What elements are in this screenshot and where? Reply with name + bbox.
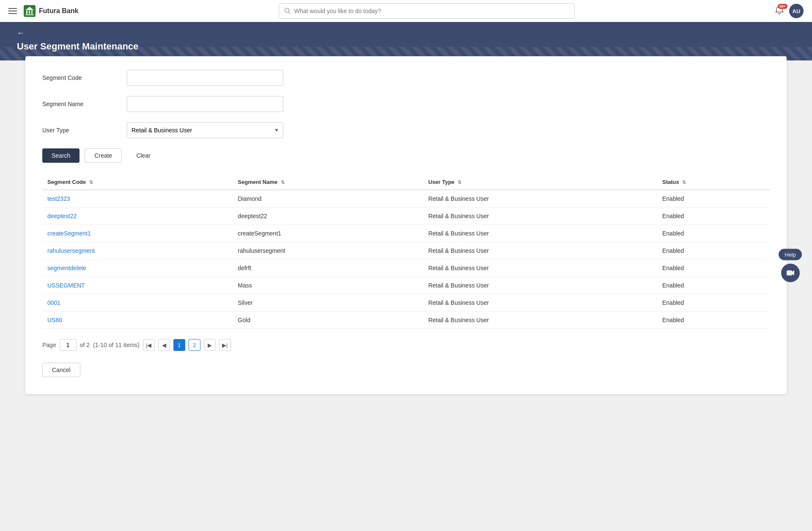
global-search-bar[interactable] <box>279 3 575 19</box>
segment-code-label: Segment Code <box>42 74 127 81</box>
main-content-card: Segment Code Segment Name User Type Reta… <box>25 56 787 394</box>
user-avatar[interactable]: AU <box>789 4 804 18</box>
brand-name: Futura Bank <box>39 7 78 15</box>
status-cell: Enabled <box>657 277 770 294</box>
pagination-row: Page of 2 (1-10 of 11 items) |◀ ◀ 1 2 ▶ … <box>42 339 770 351</box>
segment-name-cell: defrft <box>233 260 423 277</box>
segment-code-cell[interactable]: rahulusersegment <box>42 242 233 260</box>
table-row: deeptest22 deeptest22 Retail & Business … <box>42 208 770 225</box>
items-label: (1-10 of 11 items) <box>93 342 140 348</box>
status-cell: Enabled <box>657 312 770 329</box>
of-label: of 2 <box>80 342 90 348</box>
first-page-button[interactable]: |◀ <box>143 339 155 351</box>
user-type-cell: Retail & Business User <box>423 312 657 329</box>
notification-bell[interactable]: 99+ <box>775 5 784 16</box>
page-2-button[interactable]: 2 <box>189 339 200 351</box>
segment-code-cell[interactable]: segmentdelete <box>42 260 233 277</box>
segment-code-cell[interactable]: US80 <box>42 312 233 329</box>
action-buttons: Search Create Clear <box>42 148 770 163</box>
segment-name-cell: createSegment1 <box>233 225 423 242</box>
status-cell: Enabled <box>657 208 770 225</box>
next-page-button[interactable]: ▶ <box>204 339 216 351</box>
col-segment-name[interactable]: Segment Name ⇅ <box>233 175 423 190</box>
table-row: test2323 Diamond Retail & Business User … <box>42 190 770 208</box>
svg-rect-8 <box>787 271 792 276</box>
sort-icon-user-type: ⇅ <box>458 180 461 185</box>
col-segment-code[interactable]: Segment Code ⇅ <box>42 175 233 190</box>
table-row: createSegment1 createSegment1 Retail & B… <box>42 225 770 242</box>
cancel-button[interactable]: Cancel <box>42 363 80 377</box>
user-type-select[interactable]: Retail & Business User Corporate User Ad… <box>127 122 283 138</box>
user-type-cell: Retail & Business User <box>423 277 657 294</box>
back-button[interactable]: ← <box>17 29 795 38</box>
top-navigation: Futura Bank 99+ AU <box>0 0 812 22</box>
video-icon <box>786 269 795 277</box>
segment-code-cell[interactable]: deeptest22 <box>42 208 233 225</box>
hamburger-menu[interactable] <box>8 8 17 14</box>
status-cell: Enabled <box>657 242 770 260</box>
table-row: segmentdelete defrft Retail & Business U… <box>42 260 770 277</box>
user-type-select-wrap: Retail & Business User Corporate User Ad… <box>127 122 283 138</box>
status-cell: Enabled <box>657 225 770 242</box>
user-type-cell: Retail & Business User <box>423 225 657 242</box>
segment-code-input[interactable] <box>127 70 283 86</box>
bank-icon <box>24 5 36 17</box>
svg-line-7 <box>288 12 290 14</box>
user-type-label: User Type <box>42 127 127 134</box>
user-type-cell: Retail & Business User <box>423 260 657 277</box>
table-body: test2323 Diamond Retail & Business User … <box>42 190 770 329</box>
page-label: Page <box>42 342 56 348</box>
sort-icon-segment-name: ⇅ <box>281 180 285 185</box>
status-cell: Enabled <box>657 190 770 208</box>
page-number-input[interactable] <box>60 339 77 351</box>
floating-help: Help <box>779 249 802 282</box>
results-table: Segment Code ⇅ Segment Name ⇅ User Type … <box>42 175 770 329</box>
last-page-button[interactable]: ▶| <box>219 339 231 351</box>
table-row: rahulusersegment rahulusersegment Retail… <box>42 242 770 260</box>
segment-code-cell[interactable]: USSEGMENT <box>42 277 233 294</box>
segment-name-input[interactable] <box>127 96 283 112</box>
svg-marker-9 <box>792 271 794 276</box>
prev-page-button[interactable]: ◀ <box>158 339 170 351</box>
status-cell: Enabled <box>657 260 770 277</box>
user-type-cell: Retail & Business User <box>423 208 657 225</box>
cancel-row: Cancel <box>42 363 770 377</box>
search-button[interactable]: Search <box>42 148 80 163</box>
user-type-cell: Retail & Business User <box>423 190 657 208</box>
segment-name-cell: Diamond <box>233 190 423 208</box>
segment-code-cell[interactable]: createSegment1 <box>42 225 233 242</box>
col-status[interactable]: Status ⇅ <box>657 175 770 190</box>
segment-name-cell: Silver <box>233 294 423 312</box>
nav-right: 99+ AU <box>775 4 804 18</box>
svg-point-6 <box>285 8 289 13</box>
page-1-button[interactable]: 1 <box>173 339 185 351</box>
segment-name-row: Segment Name <box>42 96 770 112</box>
sort-icon-status: ⇅ <box>682 180 686 185</box>
segment-name-cell: deeptest22 <box>233 208 423 225</box>
segment-code-cell[interactable]: test2323 <box>42 190 233 208</box>
table-row: 0001 Silver Retail & Business User Enabl… <box>42 294 770 312</box>
col-user-type[interactable]: User Type ⇅ <box>423 175 657 190</box>
svg-rect-5 <box>25 14 34 15</box>
results-table-wrap: Segment Code ⇅ Segment Name ⇅ User Type … <box>42 175 770 329</box>
segment-code-cell[interactable]: 0001 <box>42 294 233 312</box>
nav-left: Futura Bank <box>8 5 78 17</box>
video-button[interactable] <box>781 264 800 282</box>
segment-name-cell: Mass <box>233 277 423 294</box>
notification-badge: 99+ <box>778 4 787 9</box>
segment-name-cell: Gold <box>233 312 423 329</box>
segment-code-row: Segment Code <box>42 70 770 86</box>
search-icon <box>284 8 291 14</box>
table-header: Segment Code ⇅ Segment Name ⇅ User Type … <box>42 175 770 190</box>
svg-rect-3 <box>29 11 30 14</box>
sort-icon-segment-code: ⇅ <box>89 180 93 185</box>
status-cell: Enabled <box>657 294 770 312</box>
clear-button[interactable]: Clear <box>127 148 159 163</box>
table-row: US80 Gold Retail & Business User Enabled <box>42 312 770 329</box>
create-button[interactable]: Create <box>85 148 122 163</box>
brand-logo: Futura Bank <box>24 5 78 17</box>
segment-name-label: Segment Name <box>42 101 127 107</box>
user-type-row: User Type Retail & Business User Corpora… <box>42 122 770 138</box>
global-search-input[interactable] <box>294 8 569 14</box>
help-button[interactable]: Help <box>779 249 802 260</box>
